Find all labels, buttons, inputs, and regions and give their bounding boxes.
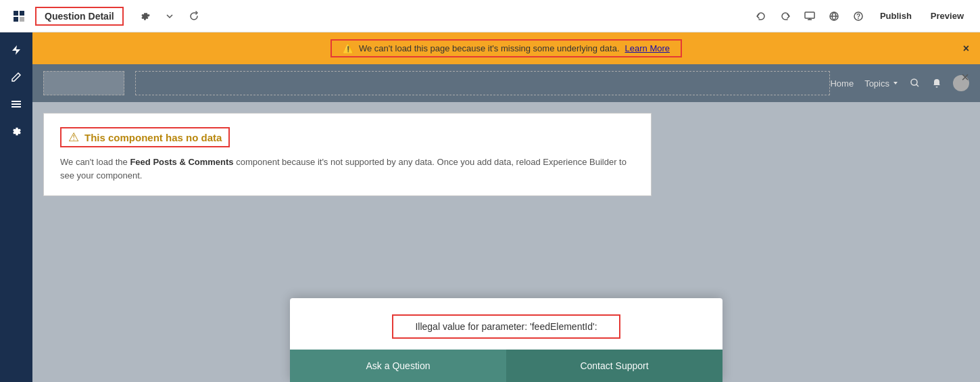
notification-icon[interactable]: [931, 78, 942, 89]
learn-more-link[interactable]: Learn More: [625, 43, 670, 53]
left-sidebar: [0, 32, 32, 382]
svg-point-11: [911, 79, 917, 85]
warning-message: We can't load this page because it's mis…: [359, 43, 620, 53]
warning-close-button[interactable]: ×: [963, 43, 969, 55]
component-error-box: ⚠ This component has no data We can't lo…: [43, 113, 652, 196]
help-icon[interactable]: ?: [848, 5, 869, 27]
preview-navbar: Home Topics: [32, 64, 980, 102]
search-icon[interactable]: [910, 78, 921, 89]
redo-icon[interactable]: [775, 5, 796, 27]
svg-rect-2: [14, 17, 18, 22]
main-layout: ⚠️ We can't load this page because it's …: [0, 32, 980, 382]
svg-rect-8: [11, 101, 21, 102]
settings-icon[interactable]: [134, 5, 156, 27]
home-nav-item[interactable]: Home: [830, 78, 854, 89]
dialog-actions: Ask a Question Contact Support: [290, 350, 722, 382]
page-preview: Home Topics: [32, 64, 980, 382]
content-area: ⚠️ We can't load this page because it's …: [32, 32, 980, 382]
error-warning-icon: ⚠: [68, 130, 79, 145]
component-error-title-text: This component has no data: [84, 132, 222, 143]
dialog-close-button[interactable]: ×: [961, 70, 969, 85]
svg-rect-3: [20, 17, 24, 22]
warning-triangle-icon: ⚠️: [343, 43, 353, 53]
preview-logo: [43, 71, 124, 95]
top-header: Question Detail: [0, 0, 980, 32]
dialog-box: Illegal value for parameter: 'feedElemen…: [290, 298, 722, 382]
preview-nav-right: Home Topics: [830, 75, 969, 91]
publish-button[interactable]: Publish: [872, 7, 920, 25]
component-error-desc: We can't load the Feed Posts & Comments …: [60, 156, 635, 182]
component-error-title-outline: ⚠ This component has no data: [60, 127, 230, 147]
header-left: Question Detail: [8, 5, 205, 27]
preview-nav-placeholder: [135, 71, 830, 95]
preview-button[interactable]: Preview: [923, 7, 972, 25]
header-icons: [134, 5, 205, 27]
warning-banner: ⚠️ We can't load this page because it's …: [32, 32, 980, 64]
svg-text:?: ?: [856, 13, 860, 20]
component-error-title: ⚠ This component has no data: [60, 127, 635, 147]
header-right: ? Publish Preview: [750, 5, 972, 27]
svg-rect-4: [805, 12, 814, 18]
svg-rect-10: [11, 106, 21, 108]
svg-rect-1: [20, 11, 24, 16]
ask-question-button[interactable]: Ask a Question: [290, 350, 506, 382]
dialog-error-message: Illegal value for parameter: 'feedElemen…: [392, 314, 620, 339]
dialog-message-row: Illegal value for parameter: 'feedElemen…: [290, 298, 722, 350]
desktop-icon[interactable]: [799, 5, 820, 27]
svg-rect-9: [11, 103, 21, 105]
chevron-down-icon[interactable]: [159, 5, 180, 27]
contact-support-button[interactable]: Contact Support: [506, 350, 722, 382]
topics-nav-item[interactable]: Topics: [864, 78, 899, 89]
sidebar-edit-button[interactable]: [4, 65, 28, 89]
page-title: Question Detail: [35, 7, 124, 26]
undo-icon[interactable]: [750, 5, 772, 27]
grid-menu-button[interactable]: [8, 5, 30, 27]
sidebar-list-button[interactable]: [4, 92, 28, 116]
sidebar-settings-button[interactable]: [4, 119, 28, 143]
component-name: Feed Posts & Comments: [130, 157, 233, 167]
sidebar-lightning-button[interactable]: [4, 38, 28, 62]
warning-banner-inner: ⚠️ We can't load this page because it's …: [330, 39, 682, 57]
globe-icon[interactable]: [823, 5, 845, 27]
svg-rect-0: [14, 11, 18, 16]
refresh-icon[interactable]: [183, 5, 205, 27]
